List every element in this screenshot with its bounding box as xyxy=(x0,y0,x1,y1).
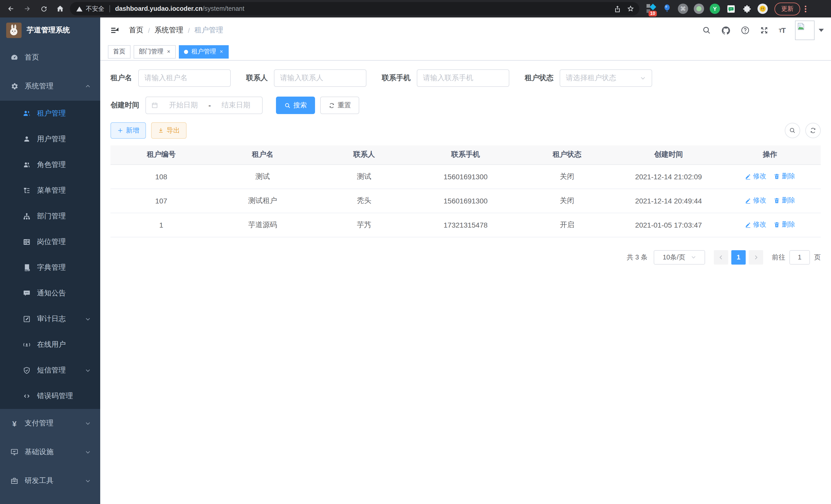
edit-link[interactable]: 修改 xyxy=(745,172,767,181)
extension-badge-button[interactable]: 10 xyxy=(646,3,657,14)
search-button[interactable]: 搜索 xyxy=(276,97,315,114)
back-icon xyxy=(7,5,15,13)
refresh-table-button[interactable] xyxy=(805,123,821,138)
goto-prefix: 前往 xyxy=(772,253,785,262)
avatar xyxy=(795,21,814,40)
sidebar-item-home[interactable]: 首页 xyxy=(0,43,100,72)
tenant-page: 租户名 请输入租户名 联系人 请输入联系人 联系手机 请输入联系手机 租户状态 … xyxy=(100,61,831,264)
prev-page-button[interactable] xyxy=(714,250,728,264)
sidebar-item-label: 短信管理 xyxy=(37,366,66,375)
menu-tree-icon xyxy=(23,186,31,195)
github-link-button[interactable] xyxy=(721,25,731,35)
extension-chat-button[interactable] xyxy=(725,3,737,14)
profile-avatar-button[interactable] xyxy=(757,3,768,14)
browser-menu-button[interactable] xyxy=(802,5,809,12)
extensions-puzzle-button[interactable] xyxy=(741,3,752,14)
plus-icon xyxy=(117,127,123,134)
font-size-button[interactable]: TT xyxy=(779,26,785,34)
add-button[interactable]: 新增 xyxy=(111,122,146,139)
browser-reload-button[interactable] xyxy=(37,2,50,16)
status-select[interactable]: 请选择租户状态 xyxy=(560,69,652,87)
reset-button[interactable]: 重置 xyxy=(320,97,359,114)
next-page-button[interactable] xyxy=(749,250,763,264)
sidebar-item-notice[interactable]: 通知公告 xyxy=(0,280,100,306)
tab-label: 租户管理 xyxy=(192,47,216,56)
github-icon xyxy=(721,25,731,35)
browser-back-button[interactable] xyxy=(4,2,18,16)
tab-部门管理[interactable]: 部门管理× xyxy=(134,45,176,58)
breadcrumb-system[interactable]: 系统管理 xyxy=(154,26,183,35)
share-button[interactable] xyxy=(610,2,624,16)
collapse-sidebar-button[interactable] xyxy=(108,24,121,37)
breadcrumb-home[interactable]: 首页 xyxy=(129,26,143,35)
fullscreen-button[interactable] xyxy=(760,26,769,35)
sidebar-item-online[interactable]: 在线用户 xyxy=(0,332,100,358)
sidebar-item-system[interactable]: 系统管理 xyxy=(0,72,100,101)
cell-actions: 修改删除 xyxy=(719,165,821,188)
extension-command-button[interactable]: ⌘ xyxy=(677,3,689,14)
extension-record-button[interactable] xyxy=(693,3,705,14)
sidebar-item-label: 用户管理 xyxy=(37,135,66,144)
chevron-down-icon xyxy=(85,449,91,455)
page-size-select[interactable]: 10条/页 xyxy=(654,250,705,264)
sidebar-item-errcode[interactable]: 错误码管理 xyxy=(0,383,100,409)
sidebar-item-devtool[interactable]: 研发工具 xyxy=(0,467,100,495)
browser-home-button[interactable] xyxy=(53,2,67,16)
sidebar-item-tenant[interactable]: 租户管理 xyxy=(0,101,100,126)
extension-y-button[interactable]: Y xyxy=(709,3,720,14)
sidebar-item-infra[interactable]: 基础设施 xyxy=(0,438,100,467)
close-tab-icon[interactable]: × xyxy=(167,48,171,55)
tenant-name-input[interactable]: 请输入租户名 xyxy=(138,69,231,87)
create-time-range-picker[interactable]: 开始日期 - 结束日期 xyxy=(145,97,263,114)
header-search-button[interactable] xyxy=(702,26,712,35)
mobile-input[interactable]: 请输入联系手机 xyxy=(417,69,509,87)
browser-update-button[interactable]: 更新 xyxy=(774,2,800,15)
sidebar-item-dict[interactable]: 字典管理 xyxy=(0,255,100,280)
extension-balloon-button[interactable] xyxy=(661,3,673,14)
cell-id: 108 xyxy=(111,165,212,188)
close-tab-icon[interactable]: × xyxy=(219,48,224,55)
user-avatar-dropdown[interactable] xyxy=(795,21,824,40)
sidebar-item-role[interactable]: 角色管理 xyxy=(0,152,100,178)
edit-link[interactable]: 修改 xyxy=(745,196,767,205)
tab-首页[interactable]: 首页 xyxy=(108,45,131,58)
profile-emoji-icon xyxy=(757,4,768,14)
bookmark-star-button[interactable] xyxy=(624,2,637,16)
forward-icon xyxy=(23,5,31,13)
toggle-search-button[interactable] xyxy=(785,123,800,138)
column-header-created: 创建时间 xyxy=(618,145,719,165)
delete-link[interactable]: 删除 xyxy=(774,196,795,205)
delete-link[interactable]: 删除 xyxy=(774,220,795,229)
tenant-name-label: 租户名 xyxy=(111,73,132,83)
reload-icon xyxy=(40,5,48,12)
cell-status: 关闭 xyxy=(516,165,618,188)
sidebar-item-sms[interactable]: 短信管理 xyxy=(0,358,100,383)
sidebar-item-user[interactable]: 用户管理 xyxy=(0,126,100,152)
logo-rabbit-icon xyxy=(6,23,22,38)
goto-page-input[interactable]: 1 xyxy=(790,250,810,264)
date-start-input[interactable]: 开始日期 xyxy=(163,101,204,110)
address-bar[interactable]: 不安全 dashboard.yudao.iocoder.cn/system/te… xyxy=(70,2,639,16)
help-button[interactable] xyxy=(741,26,750,35)
browser-forward-button[interactable] xyxy=(21,2,34,16)
delete-link[interactable]: 删除 xyxy=(774,172,795,181)
sidebar-item-post[interactable]: 岗位管理 xyxy=(0,229,100,255)
app-logo[interactable]: 芋道管理系统 xyxy=(0,18,100,43)
export-button[interactable]: 导出 xyxy=(151,122,187,139)
date-end-input[interactable]: 结束日期 xyxy=(215,101,257,110)
sidebar-item-dept[interactable]: 部门管理 xyxy=(0,203,100,229)
gear-icon xyxy=(10,82,19,90)
sidebar-item-menu[interactable]: 菜单管理 xyxy=(0,178,100,203)
sidebar-item-audit[interactable]: 审计日志 xyxy=(0,306,100,332)
tab-租户管理[interactable]: 租户管理× xyxy=(179,45,229,58)
edit-link[interactable]: 修改 xyxy=(745,220,767,229)
broken-image-icon xyxy=(797,22,805,31)
refresh-icon xyxy=(328,102,335,109)
sidebar-item-label: 字典管理 xyxy=(37,263,66,272)
column-header-mobile: 联系手机 xyxy=(415,145,516,165)
sidebar-item-pay[interactable]: ¥支付管理 xyxy=(0,409,100,438)
sidebar-item-label: 岗位管理 xyxy=(37,237,66,246)
contact-input[interactable]: 请输入联系人 xyxy=(274,69,366,87)
security-chip[interactable]: 不安全 xyxy=(76,4,104,13)
page-number-1[interactable]: 1 xyxy=(731,250,746,264)
